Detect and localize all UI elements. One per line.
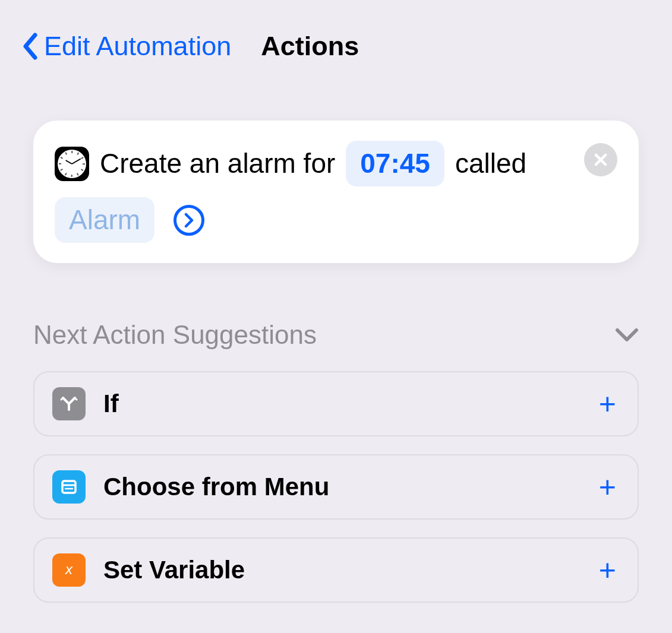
action-text-middle: called	[455, 143, 526, 184]
name-parameter[interactable]: Alarm	[55, 197, 154, 243]
suggestion-choose-from-menu[interactable]: Choose from Menu +	[33, 454, 639, 520]
nav-header: Edit Automation Actions	[0, 0, 672, 86]
clock-app-icon	[55, 147, 89, 181]
suggestion-set-variable[interactable]: x Set Variable +	[33, 537, 639, 603]
svg-text:x: x	[65, 561, 73, 577]
suggestion-if[interactable]: If +	[33, 371, 639, 436]
chevron-down-icon[interactable]	[615, 327, 639, 343]
add-button[interactable]: +	[599, 387, 620, 421]
time-parameter[interactable]: 07:45	[346, 141, 444, 186]
add-button[interactable]: +	[599, 553, 620, 587]
action-content: Create an alarm for 07:45 called Alarm	[55, 141, 617, 243]
menu-icon	[52, 470, 86, 504]
branch-icon	[52, 387, 86, 420]
suggestion-label: Choose from Menu	[103, 473, 581, 501]
delete-action-button[interactable]	[584, 143, 617, 176]
add-button[interactable]: +	[599, 470, 620, 504]
suggestion-label: If	[103, 390, 581, 418]
suggestions-title: Next Action Suggestions	[33, 320, 317, 350]
page-title: Actions	[261, 31, 359, 62]
suggestion-label: Set Variable	[103, 556, 581, 584]
action-card: Create an alarm for 07:45 called Alarm	[33, 121, 639, 263]
variable-icon: x	[52, 553, 86, 587]
back-chevron-icon[interactable]	[18, 30, 42, 62]
suggestions-header: Next Action Suggestions	[33, 320, 639, 350]
back-button[interactable]: Edit Automation	[44, 31, 231, 62]
action-text-prefix: Create an alarm for	[100, 143, 335, 184]
svg-rect-0	[62, 481, 75, 493]
expand-action-button[interactable]	[173, 205, 204, 236]
